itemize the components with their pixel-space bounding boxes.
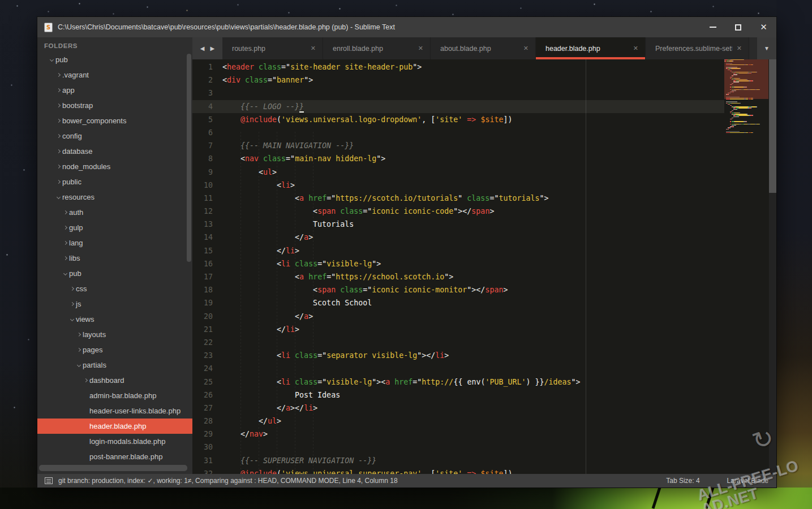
sidebar-item-partials[interactable]: partials	[37, 357, 192, 373]
close-button[interactable]: ✕	[751, 17, 776, 37]
tab-close-icon[interactable]: ✕	[418, 45, 423, 52]
maximize-button[interactable]	[725, 17, 751, 37]
sidebar-vertical-scrollbar[interactable]	[187, 54, 191, 262]
tab-about-blade-php[interactable]: about.blade.php✕	[431, 37, 536, 59]
chevron-right-icon[interactable]	[68, 287, 76, 290]
git-status-icon[interactable]	[45, 477, 53, 484]
chevron-right-icon[interactable]	[54, 119, 62, 122]
sidebar-item-pub[interactable]: pub	[37, 266, 192, 281]
tab-nav-right-icon[interactable]: ▶	[210, 45, 215, 51]
tab-close-icon[interactable]: ✕	[311, 45, 316, 52]
code-line-4: {{-- LOGO --}}	[222, 100, 581, 113]
chevron-right-icon[interactable]	[54, 180, 62, 183]
title-bar[interactable]: S C:\Users\Chris\Documents\batcave\pub\r…	[37, 17, 776, 37]
tab-routes-php[interactable]: routes.php✕	[222, 37, 323, 59]
sidebar: FOLDERS pub.vagrantappbootstrapbower_com…	[37, 37, 192, 474]
tab-nav-left-icon[interactable]: ◀	[200, 45, 205, 51]
maximize-icon	[735, 24, 741, 31]
tab-preferences-sublime-settings[interactable]: Preferences.sublime-settings✕	[646, 37, 749, 59]
chevron-right-icon[interactable]	[61, 211, 69, 214]
code-editor[interactable]: 1234567891011121314151617181920212223242…	[192, 59, 776, 474]
tab-label: about.blade.php	[440, 45, 519, 53]
code-line-16: <li class="visible-lg">	[222, 257, 581, 270]
sidebar-item-node-modules[interactable]: node_modules	[37, 159, 192, 174]
chevron-right-icon[interactable]	[54, 74, 62, 76]
sidebar-item-css[interactable]: css	[37, 281, 192, 296]
sidebar-item-label: config	[62, 132, 82, 140]
sidebar-item-layouts[interactable]: layouts	[37, 327, 192, 342]
sidebar-item-post-banner-blade-php[interactable]: post-banner.blade.php	[37, 449, 192, 464]
sidebar-item-gulp[interactable]: gulp	[37, 220, 192, 235]
sidebar-item-js[interactable]: js	[37, 296, 192, 312]
sidebar-item-label: auth	[69, 208, 83, 217]
sidebar-item-bower-components[interactable]: bower_components	[37, 113, 192, 128]
minimap-viewport[interactable]	[724, 59, 768, 99]
close-icon: ✕	[760, 23, 767, 32]
sidebar-item-libs[interactable]: libs	[37, 251, 192, 266]
sidebar-item-label: pub	[69, 269, 81, 278]
sidebar-item-admin-bar-blade-php[interactable]: admin-bar.blade.php	[37, 388, 192, 403]
code-line-1: <header class="site-header site-header-p…	[222, 61, 581, 74]
minimap[interactable]	[724, 59, 768, 474]
tab-bar: ◀ ▶ routes.php✕enroll.blade.php✕about.bl…	[192, 37, 776, 59]
sidebar-item-config[interactable]: config	[37, 128, 192, 144]
sidebar-item-auth[interactable]: auth	[37, 205, 192, 220]
minimize-button[interactable]	[700, 17, 725, 37]
sidebar-item-header-blade-php[interactable]: header.blade.php	[37, 419, 192, 434]
sidebar-item-label: lang	[69, 239, 83, 247]
sidebar-item-database[interactable]: database	[37, 144, 192, 159]
chevron-right-icon[interactable]	[61, 241, 69, 244]
tab-header-blade-php[interactable]: header.blade.php✕	[536, 37, 646, 59]
chevron-right-icon[interactable]	[81, 379, 89, 382]
sidebar-item-header-user-links-blade-php[interactable]: header-user-links.blade.php	[37, 403, 192, 419]
chevron-right-icon[interactable]	[54, 150, 62, 153]
chevron-right-icon[interactable]	[68, 303, 76, 305]
sidebar-item-label: header.blade.php	[89, 422, 146, 430]
tab-close-icon[interactable]: ✕	[523, 45, 529, 52]
sidebar-item-views[interactable]: views	[37, 312, 192, 327]
chevron-down-icon[interactable]	[48, 58, 55, 61]
sidebar-item-lang[interactable]: lang	[37, 235, 192, 251]
sidebar-item-label: database	[62, 147, 93, 156]
tab-close-icon[interactable]: ✕	[633, 45, 638, 52]
sidebar-item-pub[interactable]: pub	[37, 52, 192, 67]
code-line-21: </li>	[222, 323, 581, 336]
tab-close-icon[interactable]: ✕	[737, 45, 742, 52]
tab-overflow-dropdown[interactable]: ▼	[757, 37, 776, 59]
chevron-down-icon[interactable]	[61, 272, 69, 275]
sidebar-item-pages[interactable]: pages	[37, 342, 192, 357]
status-text: git branch: production, index: ✓, workin…	[58, 477, 398, 485]
chevron-down-icon[interactable]	[54, 196, 62, 199]
sidebar-item-dashboard[interactable]: dashboard	[37, 373, 192, 388]
tab-enroll-blade-php[interactable]: enroll.blade.php✕	[323, 37, 431, 59]
sublime-text-window: S C:\Users\Chris\Documents\batcave\pub\r…	[37, 17, 776, 488]
sidebar-item-resources[interactable]: resources	[37, 189, 192, 205]
sidebar-horizontal-scrollbar[interactable]	[39, 465, 187, 471]
code-text: <header class="site-header site-header-p…	[222, 61, 581, 474]
chevron-right-icon[interactable]	[61, 257, 69, 260]
chevron-right-icon[interactable]	[75, 333, 83, 336]
sidebar-item-login-modals-blade-php[interactable]: login-modals.blade.php	[37, 434, 192, 449]
editor-scrollbar-track[interactable]	[769, 59, 776, 474]
sidebar-item-app[interactable]: app	[37, 83, 192, 98]
editor-scrollbar-thumb[interactable]	[769, 59, 776, 193]
chevron-right-icon[interactable]	[61, 226, 69, 229]
minimize-icon	[710, 27, 716, 28]
code-line-25: <li class="visible-lg"><a href="http://{…	[222, 376, 581, 389]
tab-size-indicator[interactable]: Tab Size: 4	[666, 477, 699, 485]
status-bar: git branch: production, index: ✓, workin…	[37, 474, 776, 488]
chevron-right-icon[interactable]	[75, 348, 83, 351]
sidebar-item-label: pub	[55, 55, 68, 64]
chevron-right-icon[interactable]	[54, 165, 62, 168]
sidebar-item-label: .vagrant	[62, 71, 89, 79]
chevron-right-icon[interactable]	[54, 104, 62, 107]
chevron-down-icon[interactable]	[75, 364, 83, 366]
sidebar-item-bootstrap[interactable]: bootstrap	[37, 98, 192, 113]
chevron-right-icon[interactable]	[54, 89, 62, 92]
code-line-22	[222, 336, 581, 349]
chevron-right-icon[interactable]	[54, 135, 62, 137]
folders-heading: FOLDERS	[37, 37, 192, 52]
sidebar-item-public[interactable]: public	[37, 174, 192, 189]
chevron-down-icon[interactable]	[68, 318, 76, 321]
sidebar-item-vagrant[interactable]: .vagrant	[37, 67, 192, 83]
